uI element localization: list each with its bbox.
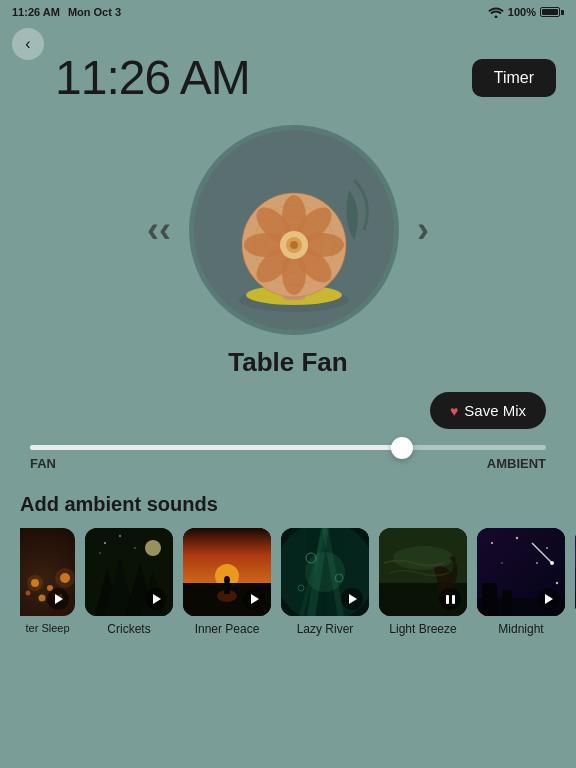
crickets-label: Crickets <box>107 622 150 636</box>
status-day: Mon Oct 3 <box>68 6 121 18</box>
back-button[interactable]: ‹ <box>12 28 44 60</box>
svg-point-60 <box>536 562 538 564</box>
ambient-scroll[interactable]: ter Sleep <box>20 528 576 644</box>
svg-point-57 <box>516 537 518 539</box>
sound-name: Table Fan <box>228 347 347 378</box>
lazy-river-play[interactable] <box>341 588 363 610</box>
slider-area: FAN AMBIENT <box>0 445 576 471</box>
fan-svg <box>194 130 394 330</box>
svg-point-64 <box>550 561 554 565</box>
wifi-icon <box>488 6 504 18</box>
light-breeze-label: Light Breeze <box>389 622 456 636</box>
ambient-label: AMBIENT <box>487 456 546 471</box>
svg-point-56 <box>491 542 493 544</box>
slider-fill <box>30 445 402 450</box>
svg-point-34 <box>119 535 121 537</box>
heart-icon: ♥ <box>450 403 458 419</box>
svg-point-22 <box>26 591 31 596</box>
midnight-play[interactable] <box>537 588 559 610</box>
main-content: ‹‹ <box>0 115 576 644</box>
timer-button[interactable]: Timer <box>472 59 556 97</box>
light-breeze-pause[interactable] <box>439 588 461 610</box>
ter-sleep-label: ter Sleep <box>25 622 69 634</box>
lazy-river-label: Lazy River <box>297 622 354 636</box>
save-mix-label: Save Mix <box>464 402 526 419</box>
svg-rect-66 <box>482 583 497 616</box>
save-mix-row: ♥ Save Mix <box>0 392 576 429</box>
svg-point-42 <box>224 576 230 584</box>
status-bar: 11:26 AM Mon Oct 3 100% <box>0 0 576 22</box>
svg-point-33 <box>104 542 106 544</box>
svg-point-58 <box>546 547 548 549</box>
ambient-item-light-breeze[interactable]: Light Breeze <box>379 528 467 636</box>
ambient-section: Add ambient sounds <box>0 493 576 644</box>
svg-point-15 <box>290 241 298 249</box>
fan-image <box>189 125 399 335</box>
inner-peace-label: Inner Peace <box>195 622 260 636</box>
svg-point-35 <box>134 547 136 549</box>
svg-point-61 <box>556 582 558 584</box>
slider-thumb[interactable] <box>391 437 413 459</box>
status-right: 100% <box>488 6 564 18</box>
ambient-item-lazy-river[interactable]: Lazy River <box>281 528 369 636</box>
svg-point-36 <box>99 552 101 554</box>
battery-percent: 100% <box>508 6 536 18</box>
ambient-item-ter-sleep[interactable]: ter Sleep <box>20 528 75 636</box>
clock-display: 11:26 AM <box>55 50 250 105</box>
status-time: 11:26 AM <box>12 6 60 18</box>
midnight-label: Midnight <box>498 622 543 636</box>
svg-point-23 <box>39 595 46 602</box>
header-row: 11:26 AM Timer <box>0 22 576 115</box>
ambient-item-crickets[interactable]: Crickets <box>85 528 173 636</box>
save-mix-button[interactable]: ♥ Save Mix <box>430 392 546 429</box>
svg-point-25 <box>27 575 43 591</box>
ter-sleep-play[interactable] <box>47 588 69 610</box>
svg-rect-67 <box>502 590 512 616</box>
crickets-play[interactable] <box>145 588 167 610</box>
slider-track[interactable] <box>30 445 546 450</box>
svg-point-32 <box>145 540 161 556</box>
battery-icon <box>540 7 564 17</box>
ambient-item-inner-peace[interactable]: Inner Peace <box>183 528 271 636</box>
ambient-item-midnight[interactable]: Midnight <box>477 528 565 636</box>
svg-point-26 <box>55 568 75 588</box>
svg-point-59 <box>501 562 503 564</box>
prev-button[interactable]: ‹‹ <box>129 209 189 251</box>
next-button[interactable]: › <box>399 209 447 251</box>
svg-point-52 <box>393 546 453 570</box>
inner-peace-play[interactable] <box>243 588 265 610</box>
status-left: 11:26 AM Mon Oct 3 <box>12 6 121 18</box>
slider-labels: FAN AMBIENT <box>30 456 546 471</box>
ambient-title: Add ambient sounds <box>20 493 576 516</box>
fan-label: FAN <box>30 456 56 471</box>
carousel-area: ‹‹ <box>0 125 576 335</box>
svg-rect-43 <box>224 584 230 594</box>
svg-point-49 <box>305 552 345 592</box>
